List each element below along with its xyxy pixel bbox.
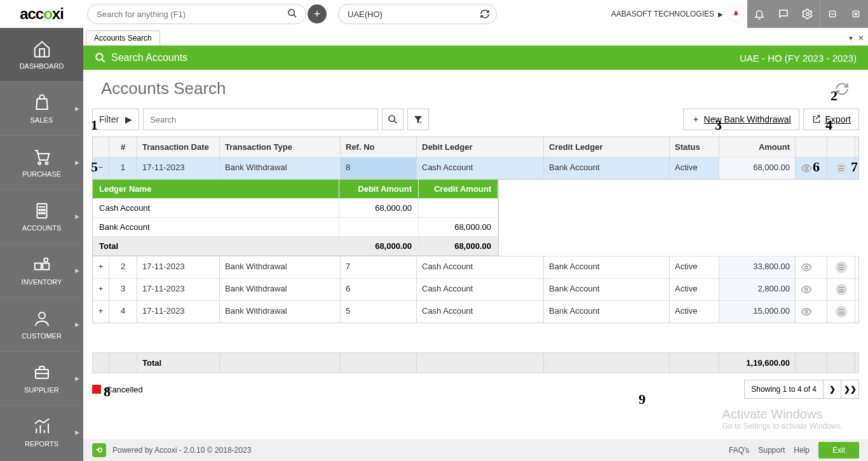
- chart-icon: [32, 417, 51, 436]
- sidebar-item-customer[interactable]: CUSTOMER ▶: [0, 298, 83, 352]
- expand-toggle[interactable]: +: [93, 279, 109, 300]
- svg-point-16: [41, 213, 43, 214]
- chat-icon[interactable]: [771, 0, 796, 28]
- svg-rect-18: [34, 264, 41, 270]
- search-icon[interactable]: [287, 8, 299, 20]
- footer-support-link[interactable]: Support: [758, 446, 785, 455]
- cart-icon: [32, 147, 51, 166]
- col-header: Debit Amount: [339, 180, 419, 198]
- svg-point-20: [44, 258, 48, 262]
- sidebar-item-supplier[interactable]: SUPPLIER ▶: [0, 352, 83, 406]
- expand-toggle[interactable]: +: [93, 301, 109, 323]
- chevron-right-icon[interactable]: ▶: [718, 11, 723, 18]
- sidebar-item-label: REPORTS: [25, 440, 58, 448]
- section-title: Search Accounts: [111, 52, 187, 63]
- svg-point-0: [288, 10, 294, 15]
- sidebar: DASHBOARD SALES ▶ PURCHASE ▶ ACCOUNTS ▶ …: [0, 28, 83, 461]
- bell-icon[interactable]: [747, 0, 771, 28]
- clear-filter-button[interactable]: x: [407, 109, 429, 130]
- filter-button[interactable]: Filter ▶: [92, 109, 139, 130]
- transactions-table: # Transaction Date Transaction Type Ref.…: [92, 137, 859, 180]
- table-row[interactable]: −117-11-2023Bank Withdrawal8Cash Account…: [93, 157, 858, 179]
- callout-9: 9: [639, 391, 646, 408]
- col-header[interactable]: Transaction Date: [137, 137, 220, 157]
- cancelled-legend-color: [92, 385, 101, 394]
- chevron-right-icon: ▶: [75, 105, 79, 112]
- sync-icon[interactable]: [480, 9, 490, 19]
- app-logo: accoxi: [0, 0, 83, 28]
- footer-logo-icon: ⟲: [92, 443, 106, 457]
- svg-rect-19: [43, 264, 49, 270]
- ledger-detail-table: Ledger Name Debit Amount Credit Amount C…: [92, 180, 499, 256]
- row-menu-icon[interactable]: ☰: [836, 284, 847, 295]
- footer-faqs-link[interactable]: FAQ's: [729, 446, 749, 455]
- sidebar-item-sales[interactable]: SALES ▶: [0, 82, 83, 136]
- pager: Showing 1 to 4 of 4 ❯ ❯❯: [744, 380, 859, 399]
- view-icon[interactable]: [801, 306, 822, 317]
- company-name[interactable]: AABASOFT TECHNOLOGIES: [611, 10, 714, 18]
- sidebar-item-dashboard[interactable]: DASHBOARD: [0, 28, 83, 82]
- sidebar-item-label: ACCOUNTS: [22, 224, 62, 232]
- sidebar-item-label: PURCHASE: [22, 170, 61, 178]
- pager-last-button[interactable]: ❯❯: [841, 380, 858, 398]
- callout-5: 5: [91, 159, 98, 175]
- col-header[interactable]: Amount: [719, 137, 796, 157]
- col-header[interactable]: Credit Ledger: [544, 137, 670, 157]
- tab-accounts-search[interactable]: Accounts Search: [86, 30, 160, 45]
- col-header[interactable]: Debit Ledger: [417, 137, 544, 157]
- callout-2: 2: [831, 88, 837, 104]
- briefcase-icon: [32, 363, 51, 382]
- table-row[interactable]: +417-11-2023Bank Withdrawal5Cash Account…: [93, 300, 858, 323]
- detail-row: Bank Account68,000.00: [93, 217, 498, 236]
- sidebar-item-purchase[interactable]: PURCHASE ▶: [0, 136, 83, 190]
- add-new-button[interactable]: +: [308, 4, 327, 23]
- col-header[interactable]: Status: [670, 137, 719, 157]
- footer-help-link[interactable]: Help: [794, 446, 810, 455]
- sidebar-item-inventory[interactable]: INVENTORY ▶: [0, 244, 83, 298]
- branch-selector[interactable]: UAE(HO): [338, 4, 497, 24]
- sidebar-item-label: INVENTORY: [22, 278, 62, 286]
- callout-1: 1: [91, 117, 98, 133]
- svg-point-34: [805, 266, 808, 269]
- callout-6: 6: [813, 159, 820, 175]
- view-icon[interactable]: [801, 262, 822, 273]
- row-menu-icon[interactable]: ☰: [836, 306, 847, 317]
- detail-total-credit: 68,000.00: [419, 237, 498, 255]
- chevron-right-icon: ▶: [75, 213, 79, 220]
- row-menu-icon[interactable]: ☰: [836, 163, 847, 174]
- sidebar-item-reports[interactable]: REPORTS ▶: [0, 406, 83, 460]
- detail-total-label: Total: [93, 237, 339, 255]
- grid-total-row: Total 1,19,600.00: [92, 352, 859, 373]
- pager-next-button[interactable]: ❯: [823, 380, 841, 398]
- tab-dropdown-icon[interactable]: ▾: [849, 34, 853, 43]
- col-header[interactable]: Transaction Type: [220, 137, 341, 157]
- gear-icon[interactable]: [796, 0, 820, 28]
- global-search-input[interactable]: [87, 4, 306, 24]
- minimize-icon[interactable]: [820, 0, 844, 28]
- table-row[interactable]: +317-11-2023Bank Withdrawal6Cash Account…: [93, 278, 858, 300]
- detail-total-debit: 68,000.00: [339, 237, 419, 255]
- col-header: Ledger Name: [93, 180, 339, 198]
- footer-powered: Powered by Accoxi - 2.0.10 © 2018-2023: [112, 446, 251, 455]
- exit-button[interactable]: Exit: [818, 442, 859, 458]
- detail-row: Cash Account68,000.00: [93, 198, 498, 217]
- page-title: Accounts Search: [101, 79, 226, 98]
- row-menu-icon[interactable]: ☰: [836, 262, 847, 273]
- windows-watermark: Activate Windows Go to Settings to activ…: [722, 407, 843, 431]
- view-icon[interactable]: [801, 284, 822, 295]
- svg-point-12: [39, 210, 40, 211]
- svg-point-30: [389, 116, 395, 121]
- svg-line-29: [102, 59, 105, 62]
- col-header[interactable]: #: [109, 137, 137, 157]
- close-icon[interactable]: [844, 0, 868, 28]
- col-header[interactable]: Ref. No: [341, 137, 417, 157]
- flame-icon[interactable]: [727, 6, 743, 22]
- svg-point-13: [41, 210, 43, 211]
- search-button[interactable]: [382, 109, 403, 130]
- expand-toggle[interactable]: +: [93, 257, 109, 278]
- grid-search-input[interactable]: [143, 109, 378, 130]
- table-row[interactable]: +217-11-2023Bank Withdrawal7Cash Account…: [93, 256, 858, 278]
- new-bank-withdrawal-button[interactable]: ＋ New Bank Withdrawal: [683, 109, 799, 130]
- tab-close-icon[interactable]: ✕: [858, 34, 864, 43]
- sidebar-item-accounts[interactable]: ACCOUNTS ▶: [0, 190, 83, 244]
